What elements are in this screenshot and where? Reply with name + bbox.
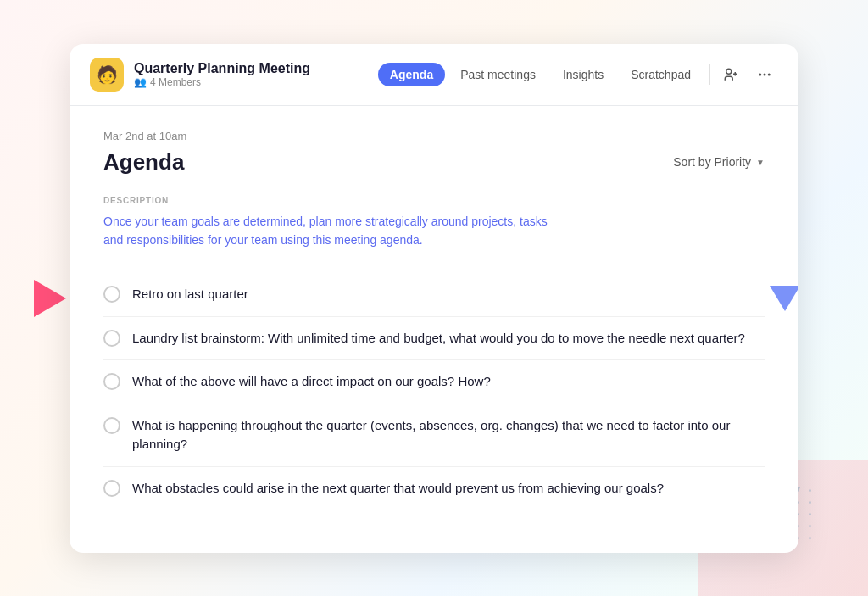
tab-past-meetings[interactable]: Past meetings bbox=[448, 63, 548, 86]
meeting-title: Quarterly Planning Meeting bbox=[134, 61, 310, 76]
meeting-info: Quarterly Planning Meeting 👥 4 Members bbox=[134, 61, 310, 88]
members-icon: 👥 bbox=[134, 76, 147, 88]
svg-point-4 bbox=[764, 73, 766, 75]
main-content: Mar 2nd at 10am Agenda Sort by Priority … bbox=[70, 106, 798, 544]
more-options-button[interactable] bbox=[751, 61, 778, 88]
nav-tabs: Agenda Past meetings Insights Scratchpad bbox=[378, 63, 703, 86]
svg-point-3 bbox=[759, 73, 761, 75]
sort-label: Sort by Priority bbox=[673, 155, 751, 169]
agenda-item: Laundry list brainstorm: With unlimited … bbox=[103, 317, 765, 361]
header: 🧑 Quarterly Planning Meeting 👥 4 Members… bbox=[70, 44, 798, 106]
tab-agenda[interactable]: Agenda bbox=[378, 63, 445, 86]
agenda-item-radio[interactable] bbox=[103, 480, 120, 497]
bg-dot bbox=[809, 525, 811, 527]
tab-scratchpad[interactable]: Scratchpad bbox=[619, 63, 703, 86]
date-label: Mar 2nd at 10am bbox=[103, 130, 765, 142]
description-text: Once your team goals are determined, pla… bbox=[103, 212, 561, 250]
sort-by-priority-button[interactable]: Sort by Priority ▼ bbox=[673, 155, 765, 169]
agenda-item-text: What of the above will have a direct imp… bbox=[132, 372, 491, 392]
agenda-item: What is happening throughout the quarter… bbox=[103, 404, 765, 467]
agenda-item: What obstacles could arise in the next q… bbox=[103, 467, 765, 510]
agenda-item-text: What obstacles could arise in the next q… bbox=[132, 479, 664, 499]
agenda-item-radio[interactable] bbox=[103, 373, 120, 390]
chevron-down-icon: ▼ bbox=[756, 158, 765, 167]
meeting-icon: 🧑 bbox=[90, 58, 124, 92]
agenda-item: What of the above will have a direct imp… bbox=[103, 360, 765, 404]
bg-triangle-left bbox=[34, 280, 66, 317]
svg-point-0 bbox=[726, 69, 732, 74]
bg-dot bbox=[809, 489, 811, 492]
add-member-button[interactable] bbox=[717, 61, 744, 88]
meeting-members: 👥 4 Members bbox=[134, 76, 310, 88]
main-card: 🧑 Quarterly Planning Meeting 👥 4 Members… bbox=[70, 44, 798, 553]
page-title: Agenda bbox=[103, 149, 184, 175]
agenda-item: Retro on last quarter bbox=[103, 273, 765, 317]
bg-dot bbox=[809, 501, 811, 504]
tab-insights[interactable]: Insights bbox=[551, 63, 615, 86]
agenda-header-row: Agenda Sort by Priority ▼ bbox=[103, 149, 765, 175]
header-left: 🧑 Quarterly Planning Meeting 👥 4 Members bbox=[90, 58, 378, 92]
agenda-item-radio[interactable] bbox=[103, 286, 120, 303]
svg-point-5 bbox=[768, 73, 771, 75]
nav-divider bbox=[709, 64, 710, 85]
agenda-items-list: Retro on last quarterLaundry list brains… bbox=[103, 273, 765, 510]
agenda-item-radio[interactable] bbox=[103, 417, 120, 434]
members-count: 4 Members bbox=[150, 76, 201, 88]
side-triangle-icon bbox=[770, 286, 798, 311]
bg-dot bbox=[809, 537, 811, 539]
description-section-label: DESCRIPTION bbox=[103, 196, 765, 205]
agenda-item-text: Retro on last quarter bbox=[132, 285, 248, 304]
agenda-item-text: What is happening throughout the quarter… bbox=[132, 416, 765, 454]
header-actions bbox=[717, 61, 778, 88]
agenda-item-text: Laundry list brainstorm: With unlimited … bbox=[132, 329, 745, 348]
agenda-item-radio[interactable] bbox=[103, 330, 120, 347]
bg-dot bbox=[809, 513, 811, 515]
